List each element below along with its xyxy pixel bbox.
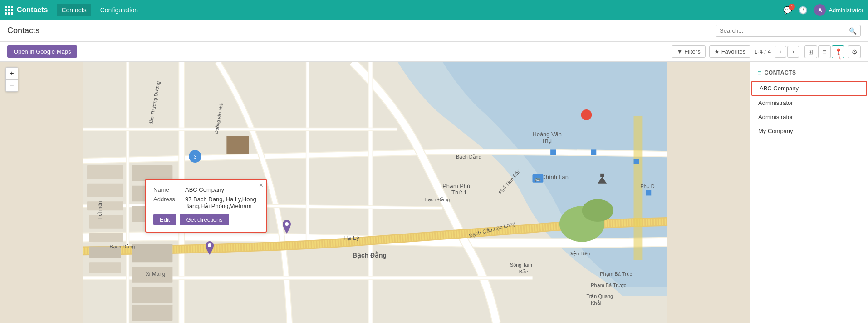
user-menu[interactable]: A Administrator bbox=[814, 4, 863, 16]
search-icon-button[interactable]: 🔍 bbox=[849, 27, 857, 35]
sidebar-item-abc-company[interactable]: ABC Company bbox=[751, 81, 867, 96]
svg-text:Bạch Đằng: Bạch Đằng bbox=[456, 154, 481, 160]
user-name: Administrator bbox=[829, 7, 863, 14]
svg-text:Thụ: Thụ bbox=[541, 137, 552, 144]
popup-address-value: 97 Bach Dang, Ha Ly,Hong Bang,Hải Phòng,… bbox=[185, 196, 259, 209]
sidebar-header-label: CONTACTS bbox=[765, 70, 796, 76]
svg-text:3: 3 bbox=[194, 154, 196, 159]
popup-address-row: Address 97 Bach Dang, Ha Ly,Hong Bang,Hả… bbox=[153, 196, 259, 209]
svg-point-54 bbox=[208, 243, 211, 247]
popup-actions: Edit Get directions bbox=[153, 214, 259, 225]
svg-text:Hoàng Văn: Hoàng Văn bbox=[532, 131, 561, 138]
app-name: Contacts bbox=[17, 6, 48, 14]
map-pin-1[interactable] bbox=[204, 241, 215, 258]
popup-address-label: Address bbox=[153, 196, 181, 209]
svg-rect-4 bbox=[89, 215, 123, 229]
avatar: A bbox=[814, 4, 826, 16]
subheader: Contacts 🔍 bbox=[0, 20, 868, 42]
list-view-button[interactable]: ≡ bbox=[818, 45, 831, 58]
svg-rect-13 bbox=[132, 287, 172, 303]
chat-badge: 1 bbox=[789, 4, 795, 10]
svg-text:Diện Biên: Diện Biên bbox=[569, 251, 590, 257]
main-content: Đường vào nhà đào Thương Dương Tổl môn B… bbox=[0, 62, 868, 323]
svg-rect-15 bbox=[226, 136, 249, 154]
popup-edit-button[interactable]: Edit bbox=[153, 214, 176, 225]
toolbar: Open in Google Maps ▼ Filters ★ Favorite… bbox=[0, 42, 868, 62]
popup-close-button[interactable]: × bbox=[259, 182, 263, 189]
svg-text:Xi Măng: Xi Măng bbox=[146, 271, 166, 277]
svg-text:Bạch Đằng: Bạch Đằng bbox=[110, 244, 135, 250]
search-input[interactable] bbox=[720, 27, 849, 34]
prev-page-button[interactable]: ‹ bbox=[775, 46, 786, 58]
zoom-in-button[interactable]: + bbox=[6, 68, 18, 80]
annotation-arrow: ↑ bbox=[834, 62, 844, 62]
svg-text:Thứ 1: Thứ 1 bbox=[451, 189, 467, 196]
svg-rect-50 bbox=[646, 190, 651, 196]
grid-icon bbox=[5, 6, 13, 15]
popup-name-value: ABC Company bbox=[185, 186, 224, 193]
svg-rect-2 bbox=[87, 184, 123, 197]
map-background: Đường vào nhà đào Thương Dương Tổl môn B… bbox=[0, 62, 750, 323]
svg-rect-11 bbox=[132, 244, 172, 263]
svg-text:Phụ D: Phụ D bbox=[640, 184, 654, 189]
pagination-buttons: ‹ › bbox=[775, 46, 799, 58]
svg-point-55 bbox=[285, 222, 289, 226]
svg-rect-7 bbox=[89, 262, 121, 273]
popup-directions-button[interactable]: Get directions bbox=[180, 214, 229, 225]
search-bar: 🔍 bbox=[716, 25, 861, 37]
svg-rect-1 bbox=[87, 165, 123, 179]
svg-rect-53 bbox=[600, 174, 604, 177]
svg-rect-48 bbox=[591, 149, 596, 155]
svg-text:🚌: 🚌 bbox=[535, 175, 541, 182]
nav-configuration[interactable]: Configuration bbox=[96, 4, 142, 16]
open-google-maps-button[interactable]: Open in Google Maps bbox=[7, 45, 77, 58]
sidebar-item-my-company[interactable]: My Company bbox=[750, 124, 868, 138]
clock-button[interactable]: 🕐 bbox=[799, 6, 808, 15]
sidebar-header: ≡ CONTACTS bbox=[750, 66, 868, 81]
zoom-controls: + − bbox=[5, 67, 18, 92]
filters-button[interactable]: ▼ Filters bbox=[672, 45, 705, 58]
right-sidebar: ↑ ≡ CONTACTS ABC Company Administrator A… bbox=[750, 62, 868, 323]
map-view-button[interactable]: 📍 bbox=[832, 45, 844, 58]
svg-rect-49 bbox=[634, 159, 639, 164]
nav-contacts[interactable]: Contacts bbox=[57, 4, 91, 16]
next-page-button[interactable]: › bbox=[787, 46, 799, 58]
app-brand[interactable]: Contacts bbox=[5, 6, 48, 15]
star-icon: ★ bbox=[714, 48, 720, 55]
popup-name-label: Name bbox=[153, 186, 181, 193]
view-toggle: ⊞ ≡ 📍 bbox=[804, 45, 844, 58]
navbar: Contacts Contacts Configuration 💬 1 🕐 A … bbox=[0, 0, 868, 20]
svg-text:Phạm Bá Trược: Phạm Bá Trược bbox=[591, 283, 626, 288]
favorites-button[interactable]: ★ Favorites bbox=[709, 45, 750, 58]
sidebar-header-icon: ≡ bbox=[758, 69, 762, 76]
svg-rect-14 bbox=[132, 305, 172, 321]
svg-rect-3 bbox=[87, 201, 123, 210]
svg-rect-5 bbox=[89, 233, 123, 242]
filter-icon: ▼ bbox=[677, 48, 682, 55]
favorites-label: Favorites bbox=[721, 48, 745, 55]
svg-text:Sông Tam: Sông Tam bbox=[510, 262, 532, 268]
svg-text:Phạm Bá Trức: Phạm Bá Trức bbox=[600, 271, 632, 277]
svg-point-17 bbox=[582, 199, 613, 222]
settings-button[interactable]: ⚙ bbox=[848, 45, 861, 58]
sidebar-item-administrator-1[interactable]: Administrator bbox=[750, 96, 868, 110]
svg-text:Bạch Đằng: Bạch Đằng bbox=[425, 197, 450, 203]
page-title: Contacts bbox=[7, 26, 711, 35]
svg-text:Khải: Khải bbox=[591, 300, 601, 306]
navbar-icons: 💬 1 🕐 A Administrator bbox=[783, 4, 863, 16]
svg-text:Hạ Lý: Hạ Lý bbox=[343, 234, 359, 241]
sidebar-item-administrator-2[interactable]: Administrator bbox=[750, 110, 868, 124]
map-popup: × Name ABC Company Address 97 Bach Dang,… bbox=[145, 179, 267, 233]
pagination-info: 1-4 / 4 bbox=[754, 48, 771, 55]
map-pin-2[interactable] bbox=[281, 220, 292, 237]
svg-text:Tổl môn: Tổl môn bbox=[97, 201, 103, 219]
svg-text:Bắc: Bắc bbox=[519, 269, 528, 274]
svg-rect-47 bbox=[550, 149, 556, 155]
map-area: Đường vào nhà đào Thương Dương Tổl môn B… bbox=[0, 62, 750, 323]
zoom-out-button[interactable]: − bbox=[6, 80, 18, 91]
kanban-view-button[interactable]: ⊞ bbox=[804, 45, 817, 58]
filters-label: Filters bbox=[684, 48, 700, 55]
chat-button[interactable]: 💬 1 bbox=[783, 6, 792, 15]
svg-text:Bạch Đằng: Bạch Đằng bbox=[353, 251, 387, 259]
svg-text:Trần Quang: Trần Quang bbox=[586, 293, 613, 299]
